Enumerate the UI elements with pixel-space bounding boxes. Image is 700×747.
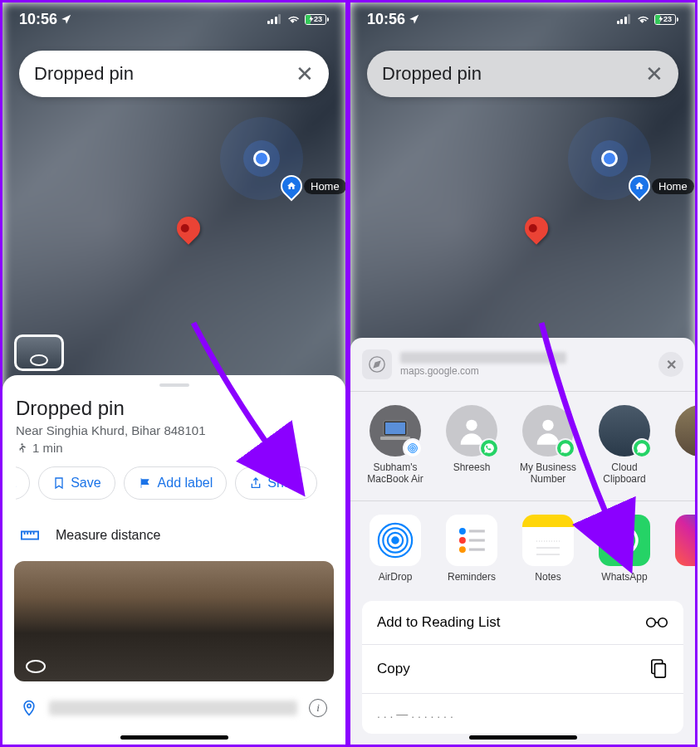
add-label-button[interactable]: Add label [124,466,228,500]
svg-rect-27 [655,663,666,677]
current-location-dot[interactable] [253,150,270,167]
start-button[interactable]: tart [16,466,30,500]
measure-distance-row[interactable]: Measure distance [16,516,332,554]
svg-rect-6 [380,437,410,440]
contact-name: Shreesh [453,461,491,473]
app-airdrop[interactable]: AirDrop [362,515,428,583]
battery-icon: 23 [305,14,329,25]
svg-point-18 [459,546,466,553]
coordinates-blurred [49,701,297,715]
app-instagram[interactable]: Ins [668,515,695,583]
svg-rect-21 [469,548,485,550]
whatsapp-badge-icon [479,438,499,458]
contact-whatsapp[interactable]: M [668,405,695,486]
photo-avatar-icon [675,405,695,456]
ruler-icon [21,530,39,541]
svg-point-16 [459,528,466,535]
status-time: 10:56 [367,11,420,28]
home-pin[interactable]: Home [629,175,694,197]
app-notes[interactable]: Notes [515,515,581,583]
sheet-grabber[interactable] [159,383,189,387]
share-actions-list: Add to Reading List Copy . . . — . . . .… [362,601,683,734]
contact-name: My Business Number [515,461,581,486]
clear-search-icon[interactable]: ✕ [296,61,314,87]
streetview-thumbnail[interactable] [14,334,64,371]
share-url: maps.google.com [400,365,650,377]
action-label: Copy [377,661,410,677]
svg-point-0 [21,443,22,445]
home-indicator[interactable] [120,735,228,740]
share-apps-row[interactable]: AirDrop Reminders Notes WhatsApp Ins [350,501,695,598]
battery-icon: 23 [654,14,678,25]
svg-point-25 [647,618,656,627]
search-bar[interactable]: Dropped pin ✕ [367,51,678,97]
whatsapp-badge-icon [556,438,575,458]
contact-whatsapp[interactable]: Shreesh [438,405,505,486]
flag-icon [138,476,153,490]
safari-compass-icon [362,349,392,379]
whatsapp-badge-icon [632,438,652,458]
ios-share-sheet[interactable]: maps.google.com ✕ Subham's MacBook Air S… [350,338,695,745]
share-header: maps.google.com ✕ [350,346,695,391]
home-indicator[interactable] [469,735,577,740]
svg-rect-20 [469,539,485,541]
airdrop-app-icon [370,515,421,566]
clear-search-icon[interactable]: ✕ [645,61,663,87]
left-phone-screenshot: 10:56 23 Dropped pin ✕ Home Dropped pin … [0,0,348,747]
status-bar: 10:56 23 [2,2,345,36]
bookmark-icon [52,476,66,491]
search-bar[interactable]: Dropped pin ✕ [19,51,329,97]
airdrop-badge-icon [403,438,423,458]
app-reminders[interactable]: Reminders [438,515,505,583]
close-share-button[interactable]: ✕ [658,352,683,377]
pin-outline-icon [21,698,37,718]
action-buttons-row: tart Save Add label Share [16,466,332,500]
app-name: WhatsApp [601,571,647,583]
search-text: Dropped pin [34,63,296,85]
share-icon [249,476,262,491]
contact-whatsapp[interactable]: My Business Number [515,405,581,486]
place-address: Near Singhia Khurd, Bihar 848101 [16,423,332,437]
place-bottom-sheet[interactable]: Dropped pin Near Singhia Khurd, Bihar 84… [2,375,345,745]
wifi-icon [635,14,649,25]
person-avatar-icon [522,405,574,456]
share-button[interactable]: Share [235,466,317,500]
walk-time: 1 min [16,441,332,455]
contact-name: Cloud Clipboard [591,461,658,486]
svg-point-7 [412,447,414,450]
home-pin[interactable]: Home [281,175,346,197]
svg-point-11 [542,420,553,431]
place-title: Dropped pin [16,397,332,420]
svg-point-26 [658,618,668,627]
home-pin-label: Home [652,178,694,194]
status-bar: 10:56 23 [350,2,695,36]
svg-point-10 [466,420,477,431]
contact-name: Subham's MacBook Air [362,461,428,486]
macbook-avatar-icon [370,405,421,456]
copy-row[interactable]: Copy [362,645,683,694]
svg-point-12 [392,537,398,543]
save-button[interactable]: Save [38,466,115,500]
app-whatsapp[interactable]: WhatsApp [591,515,658,583]
status-time: 10:56 [19,11,72,28]
action-label: Add to Reading List [377,614,500,631]
walk-icon [16,442,27,455]
wifi-icon [286,14,300,25]
current-location-dot[interactable] [601,150,618,167]
cellular-icon [267,14,281,24]
coordinates-row[interactable]: i [16,688,332,728]
info-icon[interactable]: i [309,699,327,717]
app-name: Notes [535,571,560,583]
action-row-truncated[interactable]: . . . — . . . . . . . [362,694,683,734]
right-phone-screenshot: 10:56 23 Dropped pin ✕ Home maps.google.… [348,0,698,747]
contact-airdrop[interactable]: Subham's MacBook Air [362,405,428,486]
share-contacts-row[interactable]: Subham's MacBook Air Shreesh My Business… [350,392,695,500]
svg-rect-19 [469,530,485,532]
add-reading-list-row[interactable]: Add to Reading List [362,601,683,645]
svg-rect-5 [385,422,405,434]
contact-whatsapp[interactable]: Cloud Clipboard [591,405,658,486]
reminders-app-icon [446,515,497,566]
home-pin-label: Home [304,178,346,194]
streetview-preview[interactable] [14,561,334,681]
app-name: Reminders [448,571,496,583]
